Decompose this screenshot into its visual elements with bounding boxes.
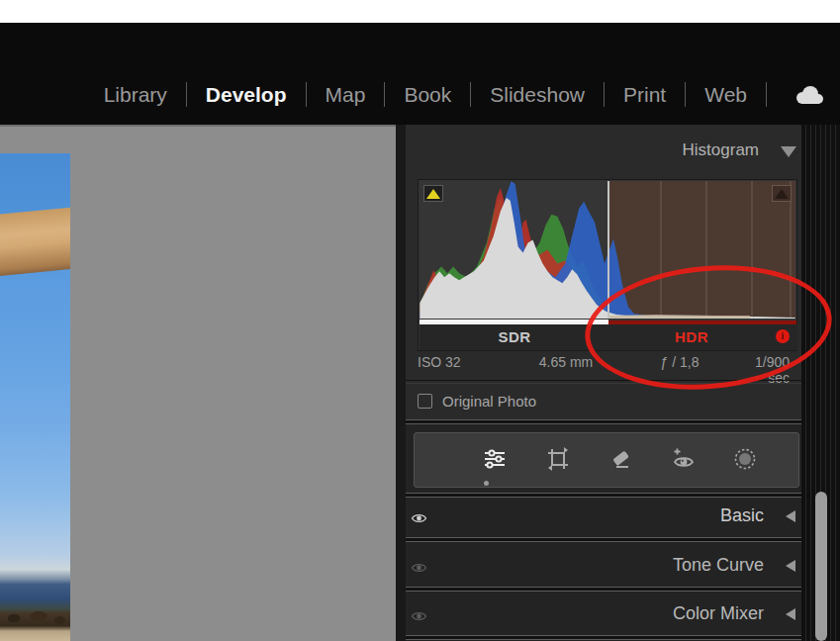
panel-header-color-mixer[interactable]: Color Mixer <box>406 595 801 633</box>
sdr-label: SDR <box>420 328 609 345</box>
panel-label: Basic <box>720 505 764 526</box>
crop-tool[interactable] <box>544 445 572 473</box>
nav-item-develop[interactable]: Develop <box>206 83 287 107</box>
chevron-left-icon[interactable] <box>786 560 795 572</box>
histogram-plot[interactable] <box>420 181 795 319</box>
photo-rocks <box>0 608 70 628</box>
eye-icon[interactable] <box>411 608 427 626</box>
exif-metadata-row: ISO 32 4.65 mm ƒ / 1,8 1/900 sec <box>418 354 790 376</box>
chevron-left-icon[interactable] <box>786 510 795 522</box>
chevron-down-icon[interactable] <box>781 146 796 157</box>
panel-label: Color Mixer <box>673 603 764 624</box>
original-photo-checkbox[interactable] <box>418 394 432 409</box>
active-tool-dot <box>484 481 489 486</box>
highlight-clipping-triangle-icon <box>775 189 789 199</box>
divider-groove <box>406 635 801 640</box>
develop-canvas <box>0 125 396 641</box>
panel-header-basic[interactable]: Basic <box>406 498 801 535</box>
photo-preview[interactable] <box>0 153 70 641</box>
photo-wooden-beam <box>0 207 70 277</box>
original-photo-row: Original Photo <box>418 388 536 413</box>
edit-sliders-tool[interactable] <box>481 445 509 473</box>
divider <box>406 380 801 384</box>
module-picker: Library Develop Map Book Slideshow Print… <box>85 23 826 125</box>
eye-icon[interactable] <box>411 560 427 578</box>
page-background-strip <box>0 0 840 23</box>
divider-groove <box>406 587 801 592</box>
nav-separator <box>384 82 385 107</box>
original-photo-label[interactable]: Original Photo <box>442 393 536 410</box>
eye-icon[interactable] <box>411 510 427 528</box>
healing-eraser-tool[interactable] <box>607 445 635 473</box>
highlight-clipping-indicator[interactable] <box>772 185 792 202</box>
right-panel: Histogram <box>406 125 801 641</box>
nav-separator <box>766 82 767 107</box>
cloud-sync-icon[interactable] <box>791 83 826 107</box>
sdr-hdr-divider-line <box>607 181 609 319</box>
nav-separator <box>306 82 307 107</box>
module-picker-bar: Library Develop Map Book Slideshow Print… <box>0 23 840 125</box>
divider-groove <box>406 537 801 542</box>
histogram-header[interactable]: Histogram <box>406 138 801 164</box>
nav-item-print[interactable]: Print <box>623 83 666 107</box>
panel-label: Tone Curve <box>673 555 764 576</box>
nav-item-slideshow[interactable]: Slideshow <box>490 83 585 107</box>
panel-header-tone-curve[interactable]: Tone Curve <box>406 547 801 585</box>
hdr-info-icon[interactable]: i <box>776 329 790 343</box>
tool-strip <box>414 432 799 488</box>
nav-separator <box>604 82 605 107</box>
nav-separator <box>470 82 471 107</box>
shadow-clipping-triangle-icon <box>426 189 440 199</box>
nav-item-map[interactable]: Map <box>326 83 366 107</box>
histogram-title: Histogram <box>683 140 759 160</box>
masking-tool[interactable] <box>731 445 759 473</box>
nav-item-library[interactable]: Library <box>104 83 167 107</box>
hdr-label: HDR <box>617 328 766 345</box>
panel-scrollbar-thumb[interactable] <box>815 492 827 641</box>
panel-scrollbar-track <box>801 125 840 641</box>
nav-item-book[interactable]: Book <box>404 83 451 107</box>
histogram-box: SDR HDR i <box>418 179 797 351</box>
red-eye-tool[interactable] <box>670 445 698 473</box>
histogram-range-labels: SDR HDR i <box>420 324 797 350</box>
nav-separator <box>685 82 686 107</box>
lightroom-window: Library Develop Map Book Slideshow Print… <box>0 0 840 641</box>
canvas-panel-divider <box>396 125 406 641</box>
nav-item-web[interactable]: Web <box>704 83 747 107</box>
nav-separator <box>186 82 187 107</box>
chevron-left-icon[interactable] <box>786 608 795 620</box>
divider-groove <box>406 419 801 424</box>
shadow-clipping-indicator[interactable] <box>423 185 443 202</box>
